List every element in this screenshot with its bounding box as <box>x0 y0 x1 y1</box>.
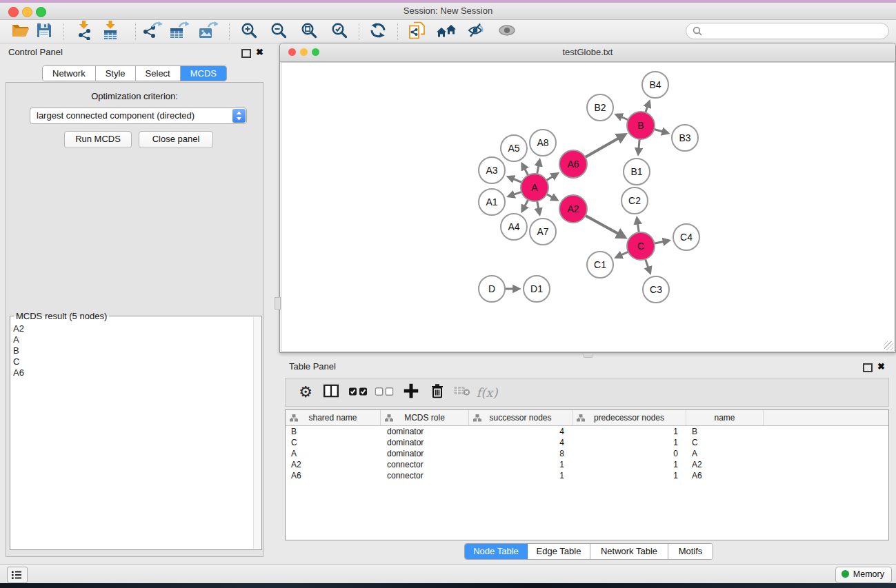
show-panels-list-button[interactable] <box>7 567 28 583</box>
network-window-titlebar[interactable]: testGlobe.txt <box>280 43 895 62</box>
node-A8[interactable]: A8 <box>530 130 556 156</box>
node-A7[interactable]: A7 <box>530 219 556 245</box>
float-panel-icon[interactable] <box>241 49 251 58</box>
copy-network-icon[interactable] <box>408 21 426 41</box>
node-D[interactable]: D <box>479 276 505 302</box>
table-cell[interactable]: dominator <box>381 426 469 437</box>
network-canvas[interactable]: B4B2BB3A5A8A6A3B1AC2A1A2A4A7C4CC1C3DD1 <box>281 62 895 352</box>
mcds-result-item[interactable]: A6 <box>13 367 252 378</box>
zoom-in-icon[interactable] <box>241 21 258 41</box>
table-cell[interactable]: A <box>686 448 764 459</box>
search-input[interactable] <box>686 23 889 39</box>
node-A3[interactable]: A3 <box>479 157 505 183</box>
table-row[interactable]: Cdominator41C <box>286 437 888 448</box>
table-row[interactable]: A6connector11A6 <box>286 470 888 481</box>
table-row[interactable]: Adominator80A <box>286 448 888 459</box>
node-B1[interactable]: B1 <box>624 159 650 185</box>
table-cell[interactable]: 1 <box>573 470 686 481</box>
tab-edge-table[interactable]: Edge Table <box>528 544 590 559</box>
deselect-all-columns-icon[interactable] <box>375 386 394 398</box>
table-row[interactable]: A2connector11A2 <box>286 459 888 470</box>
table-cell[interactable]: 0 <box>573 448 686 459</box>
column-header-mcds-role[interactable]: MCDS role <box>381 410 469 425</box>
table-cell[interactable]: 1 <box>469 470 573 481</box>
run-mcds-button[interactable]: Run MCDS <box>64 131 132 148</box>
node-C2[interactable]: C2 <box>621 187 648 214</box>
node-C3[interactable]: C3 <box>643 276 669 303</box>
mcds-result-item[interactable]: A2 <box>13 323 252 334</box>
table-cell[interactable]: 1 <box>469 459 573 470</box>
node-B3[interactable]: B3 <box>672 125 698 151</box>
table-cell[interactable]: C <box>286 437 381 448</box>
table-cell[interactable]: 1 <box>573 459 686 470</box>
zoom-out-icon[interactable] <box>270 21 288 41</box>
tab-style[interactable]: Style <box>96 66 136 81</box>
table-cell[interactable]: 1 <box>573 426 686 437</box>
mcds-result-item[interactable]: A <box>13 334 252 345</box>
column-view-icon[interactable] <box>323 385 339 401</box>
close-table-panel-icon[interactable]: ✖ <box>877 361 885 372</box>
close-panel-icon[interactable]: ✖ <box>256 47 263 57</box>
resize-grip-icon[interactable] <box>884 341 893 350</box>
table-cell[interactable]: 1 <box>573 437 686 448</box>
column-header-predecessor-nodes[interactable]: predecessor nodes <box>573 410 686 425</box>
column-header-successor-nodes[interactable]: successor nodes <box>469 410 573 425</box>
export-network-icon[interactable] <box>143 21 163 42</box>
open-session-icon[interactable] <box>12 23 30 41</box>
table-cell[interactable]: A2 <box>686 459 764 470</box>
node-D1[interactable]: D1 <box>524 276 550 302</box>
node-A2[interactable]: A2 <box>559 195 587 223</box>
table-cell[interactable]: A6 <box>286 470 381 481</box>
node-A5[interactable]: A5 <box>501 135 527 161</box>
column-header-shared-name[interactable]: shared name <box>286 410 381 425</box>
node-B[interactable]: B <box>627 112 655 139</box>
import-table-icon[interactable] <box>102 21 119 43</box>
node-B2[interactable]: B2 <box>587 94 613 121</box>
node-C4[interactable]: C4 <box>673 224 699 250</box>
tab-network-table[interactable]: Network Table <box>590 544 668 559</box>
node-A6[interactable]: A6 <box>559 150 587 178</box>
export-image-icon[interactable] <box>199 21 218 42</box>
node-A1[interactable]: A1 <box>479 189 505 215</box>
memory-button[interactable]: Memory <box>835 567 892 583</box>
tab-select[interactable]: Select <box>136 66 181 81</box>
mcds-result-item[interactable]: C <box>13 356 252 367</box>
tab-mcds[interactable]: MCDS <box>181 66 226 81</box>
hide-selected-eye-icon[interactable] <box>467 23 485 41</box>
node-B4[interactable]: B4 <box>642 72 668 98</box>
tab-motifs[interactable]: Motifs <box>668 544 713 559</box>
optimization-criterion-select[interactable]: largest connected component (directed) <box>30 108 247 124</box>
zoom-selected-icon[interactable] <box>331 21 348 41</box>
table-row[interactable]: Bdominator41B <box>286 426 888 437</box>
zoom-fit-icon[interactable] <box>301 21 318 41</box>
show-all-eye-icon[interactable] <box>498 25 516 39</box>
table-cell[interactable]: A2 <box>286 459 381 470</box>
refresh-icon[interactable] <box>370 22 386 41</box>
table-cell[interactable]: dominator <box>381 437 469 448</box>
tab-network[interactable]: Network <box>43 66 96 81</box>
table-cell[interactable]: connector <box>381 470 469 481</box>
home-icon[interactable] <box>437 23 456 40</box>
network-graph[interactable]: B4B2BB3A5A8A6A3B1AC2A1A2A4A7C4CC1C3DD1 <box>281 63 895 352</box>
table-cell[interactable]: A6 <box>686 470 764 481</box>
table-cell[interactable]: A <box>286 448 381 459</box>
node-C1[interactable]: C1 <box>587 252 613 278</box>
column-header-name[interactable]: name <box>686 410 764 425</box>
close-panel-button[interactable]: Close panel <box>139 131 213 148</box>
table-cell[interactable]: C <box>686 437 764 448</box>
node-C[interactable]: C <box>627 232 655 260</box>
save-session-icon[interactable] <box>36 22 52 41</box>
float-table-panel-icon[interactable] <box>863 363 873 372</box>
table-cell[interactable]: B <box>286 426 381 437</box>
table-cell[interactable]: dominator <box>381 448 469 459</box>
node-A[interactable]: A <box>521 174 548 201</box>
delete-column-trash-icon[interactable] <box>431 384 444 401</box>
mcds-result-scrollbar[interactable] <box>253 317 261 549</box>
mcds-result-item[interactable]: B <box>13 345 252 356</box>
table-cell[interactable]: connector <box>381 459 469 470</box>
table-settings-gear-icon[interactable]: ⚙ <box>299 385 312 400</box>
node-A4[interactable]: A4 <box>501 214 527 240</box>
table-cell[interactable]: 4 <box>469 437 573 448</box>
mcds-result-list[interactable]: A2ABCA6 <box>13 323 252 547</box>
import-network-icon[interactable] <box>75 21 93 43</box>
